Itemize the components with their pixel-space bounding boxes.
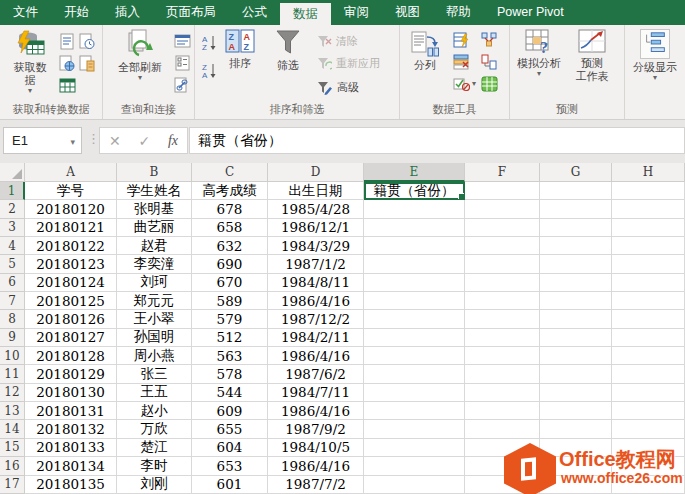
cell-B15[interactable]: 楚江 bbox=[117, 439, 192, 457]
cell-C17[interactable]: 601 bbox=[192, 476, 268, 494]
cell-D13[interactable]: 1986/4/16 bbox=[268, 402, 364, 420]
cell-H10[interactable] bbox=[612, 347, 685, 365]
column-header-B[interactable]: B bbox=[117, 163, 192, 182]
cell-B11[interactable]: 张三 bbox=[117, 365, 192, 383]
name-box[interactable]: E1 ▾ bbox=[3, 127, 82, 154]
row-header-3[interactable]: 3 bbox=[0, 219, 25, 237]
cell-D16[interactable]: 1986/4/16 bbox=[268, 457, 364, 475]
clear-filter-button[interactable]: 清除 bbox=[317, 34, 358, 49]
cell-E11[interactable] bbox=[364, 365, 465, 383]
cell-E16[interactable] bbox=[364, 457, 465, 475]
cell-F3[interactable] bbox=[465, 219, 540, 237]
cell-E6[interactable] bbox=[364, 274, 465, 292]
cell-A16[interactable]: 20180134 bbox=[25, 457, 117, 475]
forecast-sheet-button[interactable]: 预测工作表 bbox=[568, 29, 616, 83]
outline-button[interactable]: 分级显示 ▾ bbox=[631, 29, 679, 82]
refresh-all-button[interactable]: 全部刷新▾ bbox=[111, 29, 169, 82]
cell-A15[interactable]: 20180133 bbox=[25, 439, 117, 457]
cell-E13[interactable] bbox=[364, 402, 465, 420]
tab-插入[interactable]: 插入 bbox=[102, 0, 153, 25]
cell-H11[interactable] bbox=[612, 365, 685, 383]
row-header-8[interactable]: 8 bbox=[0, 310, 25, 328]
get-data-button[interactable]: 获取数据▾ bbox=[4, 29, 56, 95]
cell-A5[interactable]: 20180123 bbox=[25, 255, 117, 273]
cell-E12[interactable] bbox=[364, 384, 465, 402]
row-header-5[interactable]: 5 bbox=[0, 255, 25, 273]
cell-G1[interactable] bbox=[540, 182, 612, 200]
cell-A7[interactable]: 20180125 bbox=[25, 292, 117, 310]
cell-B12[interactable]: 王五 bbox=[117, 384, 192, 402]
cell-D10[interactable]: 1986/4/16 bbox=[268, 347, 364, 365]
cell-A10[interactable]: 20180128 bbox=[25, 347, 117, 365]
row-header-2[interactable]: 2 bbox=[0, 200, 25, 218]
cell-H5[interactable] bbox=[612, 255, 685, 273]
cell-F2[interactable] bbox=[465, 200, 540, 218]
cell-E5[interactable] bbox=[364, 255, 465, 273]
data-validation-button[interactable] bbox=[452, 75, 470, 93]
cell-C4[interactable]: 632 bbox=[192, 237, 268, 255]
cell-H4[interactable] bbox=[612, 237, 685, 255]
cell-A3[interactable]: 20180121 bbox=[25, 219, 117, 237]
column-header-F[interactable]: F bbox=[465, 163, 540, 182]
column-header-E[interactable]: E bbox=[364, 163, 465, 182]
cell-D15[interactable]: 1984/10/5 bbox=[268, 439, 364, 457]
from-table-range-button[interactable] bbox=[58, 76, 76, 94]
cell-D9[interactable]: 1984/2/11 bbox=[268, 329, 364, 347]
cell-B5[interactable]: 李奕潼 bbox=[117, 255, 192, 273]
cell-C11[interactable]: 578 bbox=[192, 365, 268, 383]
row-header-7[interactable]: 7 bbox=[0, 292, 25, 310]
sort-button[interactable]: Z A A Z 排序 bbox=[221, 29, 259, 70]
tab-数据[interactable]: 数据 bbox=[280, 3, 331, 25]
cell-F14[interactable] bbox=[465, 420, 540, 438]
queries-connections-button[interactable] bbox=[173, 32, 191, 50]
cell-C10[interactable]: 563 bbox=[192, 347, 268, 365]
cell-F5[interactable] bbox=[465, 255, 540, 273]
row-header-6[interactable]: 6 bbox=[0, 274, 25, 292]
cell-D11[interactable]: 1987/6/2 bbox=[268, 365, 364, 383]
cell-F1[interactable] bbox=[465, 182, 540, 200]
row-header-4[interactable]: 4 bbox=[0, 237, 25, 255]
cell-G8[interactable] bbox=[540, 310, 612, 328]
cell-A17[interactable]: 20180135 bbox=[25, 476, 117, 494]
cell-B16[interactable]: 李时 bbox=[117, 457, 192, 475]
cell-D8[interactable]: 1987/12/2 bbox=[268, 310, 364, 328]
data-validation-caret[interactable]: ▾ bbox=[470, 75, 478, 93]
cell-C9[interactable]: 512 bbox=[192, 329, 268, 347]
cell-E9[interactable] bbox=[364, 329, 465, 347]
row-header-17[interactable]: 17 bbox=[0, 476, 25, 494]
cell-B3[interactable]: 曲艺丽 bbox=[117, 219, 192, 237]
cell-G7[interactable] bbox=[540, 292, 612, 310]
cell-E7[interactable] bbox=[364, 292, 465, 310]
flash-fill-button[interactable] bbox=[452, 31, 470, 49]
cell-C13[interactable]: 609 bbox=[192, 402, 268, 420]
cell-C6[interactable]: 670 bbox=[192, 274, 268, 292]
properties-button[interactable] bbox=[173, 54, 191, 72]
row-header-13[interactable]: 13 bbox=[0, 402, 25, 420]
row-header-1[interactable]: 1 bbox=[0, 182, 25, 200]
column-header-A[interactable]: A bbox=[25, 163, 117, 182]
reapply-filter-button[interactable]: 重新应用 bbox=[317, 56, 380, 71]
cell-A11[interactable]: 20180129 bbox=[25, 365, 117, 383]
cell-G13[interactable] bbox=[540, 402, 612, 420]
cell-E8[interactable] bbox=[364, 310, 465, 328]
cell-B4[interactable]: 赵君 bbox=[117, 237, 192, 255]
tab-公式[interactable]: 公式 bbox=[229, 0, 280, 25]
cell-A14[interactable]: 20180132 bbox=[25, 420, 117, 438]
cell-D7[interactable]: 1986/4/16 bbox=[268, 292, 364, 310]
cell-G10[interactable] bbox=[540, 347, 612, 365]
cell-C7[interactable]: 589 bbox=[192, 292, 268, 310]
cell-D14[interactable]: 1987/9/2 bbox=[268, 420, 364, 438]
cell-G2[interactable] bbox=[540, 200, 612, 218]
cell-C1[interactable]: 高考成绩 bbox=[192, 182, 268, 200]
cell-A8[interactable]: 20180126 bbox=[25, 310, 117, 328]
cell-D1[interactable]: 出生日期 bbox=[268, 182, 364, 200]
formula-input[interactable]: 籍贯（省份） bbox=[189, 127, 685, 154]
cell-G5[interactable] bbox=[540, 255, 612, 273]
cell-E15[interactable] bbox=[364, 439, 465, 457]
row-header-11[interactable]: 11 bbox=[0, 365, 25, 383]
what-if-analysis-button[interactable]: ? 模拟分析 ▾ bbox=[514, 29, 564, 78]
manage-data-model-button[interactable] bbox=[480, 75, 498, 93]
row-header-16[interactable]: 16 bbox=[0, 457, 25, 475]
cell-G3[interactable] bbox=[540, 219, 612, 237]
tab-审阅[interactable]: 审阅 bbox=[331, 0, 382, 25]
